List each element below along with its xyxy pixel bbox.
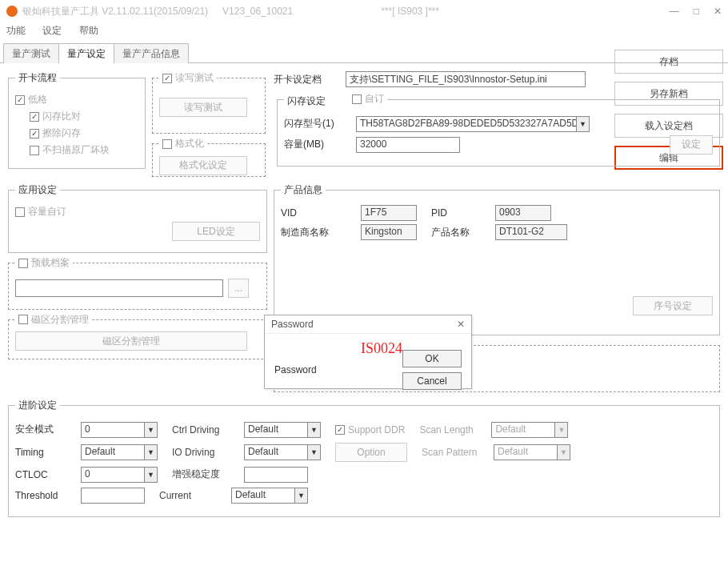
vid-label: VID <box>281 207 361 219</box>
safe-mode-label: 安全模式 <box>15 423 73 436</box>
password-label: Password <box>274 364 317 375</box>
vid-field[interactable]: 1F75 <box>361 205 417 221</box>
serial-settings-button: 序号设定 <box>633 296 713 315</box>
stability-label: 增强稳定度 <box>172 468 236 481</box>
menu-settings[interactable]: 设定 <box>42 25 62 36</box>
product-info-group: 产品信息 VID 1F75 PID 0903 制造商名称 Kingston 产品… <box>274 183 720 335</box>
preload-path-input <box>15 279 223 297</box>
flash-settings-group: 闪存设定 自订 闪存型号(1) TH58TAG8D2FBA89-98DEDED5… <box>277 92 720 167</box>
flash-compare-checkbox: 闪存比对 <box>30 110 81 123</box>
tab-mp-settings[interactable]: 量产设定 <box>58 43 114 63</box>
rw-test-group: 读写测试 读写测试 <box>152 71 266 134</box>
card-flow-legend: 开卡流程 <box>15 71 60 85</box>
dialog-ok-button[interactable]: OK <box>402 350 462 367</box>
product-name-field[interactable]: DT101-G2 <box>495 224 567 240</box>
partition-button: 磁区分割管理 <box>15 331 247 351</box>
preload-browse-button: ... <box>228 279 249 298</box>
dialog-cancel-button[interactable]: Cancel <box>402 372 462 390</box>
menu-function[interactable]: 功能 <box>6 25 26 36</box>
format-group: 格式化 格式化设定 <box>152 137 266 177</box>
window-maximize[interactable]: □ <box>694 6 699 17</box>
current-select[interactable]: Default▼ <box>231 488 308 504</box>
app-title: 银灿科技量产工具 V2.11.02.11(2015/09/21) <box>22 5 208 18</box>
no-scan-bad-checkbox: 不扫描原厂坏块 <box>30 143 110 157</box>
threshold-input[interactable] <box>81 488 145 504</box>
scan-length-select: Default▼ <box>491 422 568 438</box>
app-icon <box>6 6 18 17</box>
password-dialog: Password ✕ IS0024 Password OK Cancel <box>264 315 472 389</box>
safe-mode-select[interactable]: 0▼ <box>81 422 158 438</box>
chevron-down-icon[interactable]: ▼ <box>577 116 590 132</box>
partition-group: 磁区分割管理 磁区分割管理 <box>8 313 267 360</box>
format-checkbox: 格式化 <box>162 137 204 151</box>
product-name-label: 产品名称 <box>431 226 495 239</box>
lowformat-checkbox: 低格 <box>15 93 47 106</box>
menu-help[interactable]: 帮助 <box>79 25 98 36</box>
flash-set-button: 设定 <box>670 135 713 155</box>
rw-test-checkbox: 读写测试 <box>162 71 214 85</box>
timing-select[interactable]: Default▼ <box>81 444 158 460</box>
scan-length-label: Scan Length <box>419 424 483 436</box>
io-driving-label: IO Driving <box>172 447 236 458</box>
preload-group: 预载档案 ... <box>8 256 267 310</box>
ctrl-driving-label: Ctrl Driving <box>172 424 236 436</box>
flash-custom-checkbox: 自订 <box>352 92 384 106</box>
format-settings-button: 格式化设定 <box>159 156 247 175</box>
card-flow-group: 开卡流程 低格 闪存比对 擦除闪存 不扫描原厂坏块 <box>8 71 146 169</box>
vendor-label: 制造商名称 <box>281 226 361 239</box>
led-settings-button: LED设定 <box>172 222 260 241</box>
threshold-label: Threshold <box>15 490 73 501</box>
scan-pattern-label: Scan Pattern <box>422 447 486 458</box>
menubar: 功能 设定 帮助 <box>0 22 728 42</box>
erase-flash-checkbox: 擦除闪存 <box>30 126 81 140</box>
vendor-field[interactable]: Kingston <box>361 224 417 240</box>
dialog-title: Password <box>271 319 314 330</box>
rw-test-button: 读写测试 <box>159 98 247 117</box>
flash-model-label: 闪存型号(1) <box>284 117 356 130</box>
dialog-code: IS0024 <box>361 340 402 357</box>
capacity-label: 容量(MB) <box>284 138 356 151</box>
titlebar: 银灿科技量产工具 V2.11.02.11(2015/09/21) V123_06… <box>0 0 728 22</box>
capacity-auto-checkbox: 容量自订 <box>15 205 66 219</box>
scan-pattern-select: Default▼ <box>494 444 570 460</box>
config-file-path[interactable]: 支持\SETTING_FILE_IS903\Innostor-Setup.ini <box>346 71 586 87</box>
support-ddr-checkbox: Support DDR <box>335 424 405 436</box>
config-file-label: 开卡设定档 <box>274 73 346 86</box>
pid-field[interactable]: 0903 <box>495 205 551 221</box>
preload-checkbox: 预载档案 <box>18 256 70 270</box>
ctrl-driving-select[interactable]: Default▼ <box>244 422 321 438</box>
partition-checkbox: 磁区分割管理 <box>18 313 89 327</box>
current-label: Current <box>159 490 223 501</box>
flash-model-select[interactable]: TH58TAG8D2FBA89-98DEDED5D532327A7AD5D5▼ <box>356 116 590 132</box>
ctloc-select[interactable]: 0▼ <box>81 467 158 483</box>
io-driving-select[interactable]: Default▼ <box>244 444 321 460</box>
device-tag: ***[ IS903 ]*** <box>381 6 439 17</box>
advanced-settings-group: 进阶设定 安全模式 0▼ Ctrl Driving Default▼ Suppo… <box>8 399 720 517</box>
option-button: Option <box>335 443 407 462</box>
tab-mp-test[interactable]: 量产测试 <box>3 43 59 63</box>
capacity-input[interactable]: 32000 <box>356 137 460 153</box>
app-settings-group: 应用设定 容量自订 LED设定 <box>8 183 267 253</box>
stability-input[interactable] <box>244 467 308 483</box>
pid-label: PID <box>431 207 495 219</box>
app-version: V123_06_10021 <box>222 6 293 17</box>
window-close[interactable]: ✕ <box>714 6 722 17</box>
timing-label: Timing <box>15 447 73 458</box>
dialog-close-icon[interactable]: ✕ <box>457 319 465 330</box>
tab-product-info[interactable]: 量产产品信息 <box>114 43 189 63</box>
ctloc-label: CTLOC <box>15 469 73 480</box>
window-minimize[interactable]: — <box>670 6 679 17</box>
